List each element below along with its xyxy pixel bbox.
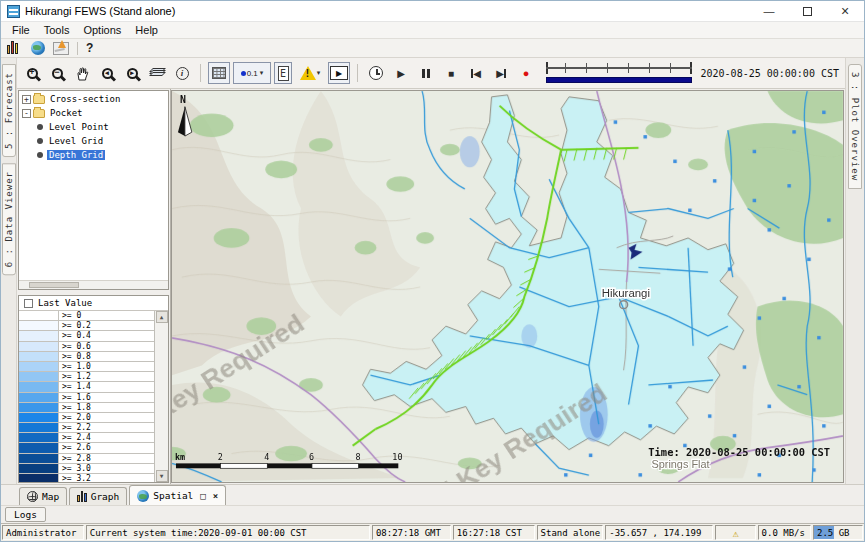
legend-swatch <box>19 393 59 402</box>
legend-row: >= 2.8 <box>19 454 154 464</box>
menu-help[interactable]: Help <box>128 23 165 37</box>
thresholds-dropdown[interactable]: ▾ <box>295 62 325 84</box>
legend-row: >= 2.2 <box>19 423 154 433</box>
status-mode: Stand alone <box>537 525 604 540</box>
menu-options[interactable]: Options <box>76 23 128 37</box>
svg-text:10: 10 <box>392 452 402 462</box>
info-button[interactable]: i <box>171 62 193 84</box>
legend-swatch <box>19 413 59 422</box>
expand-icon[interactable]: + <box>22 95 31 104</box>
folder-icon <box>33 109 45 118</box>
scale-toggle-button[interactable]: E <box>274 62 292 84</box>
status-warning-cell: ⚠ <box>715 525 755 540</box>
timeline-data-bar <box>546 77 692 83</box>
minimize-button[interactable]: — <box>750 1 788 21</box>
legend-swatch <box>19 443 59 452</box>
stop-button[interactable]: ■ <box>440 62 462 84</box>
status-download-speed: 0.0 MB/s <box>758 525 811 540</box>
legend-swatch <box>19 474 59 482</box>
help-button[interactable]: ? <box>86 41 93 55</box>
svg-text:6: 6 <box>309 452 314 462</box>
leaf-bullet-icon <box>37 124 43 130</box>
legend-row: >= 0.4 <box>19 331 154 341</box>
pan-button[interactable] <box>71 62 93 84</box>
legend-row: >= 2.0 <box>19 413 154 423</box>
chevron-down-icon: ▾ <box>260 69 264 77</box>
legend-swatch <box>19 311 59 320</box>
info-icon: i <box>176 67 189 80</box>
map-toolbar: + − ◂ ▸ i 0.1 ▾ E ▾ <box>17 58 845 89</box>
status-local-time: 16:27:18 CST <box>453 525 535 540</box>
point-size-dropdown[interactable]: 0.1 ▾ <box>233 62 271 84</box>
map-time-overlay: Time: 2020-08-25 00:00:00 CST <box>648 446 830 458</box>
point-size-value: 0.1 <box>247 69 258 78</box>
status-system-time: Current system time:2020-09-01 00:00 CST <box>86 525 370 540</box>
tree-node-level-grid[interactable]: Level Grid <box>19 135 168 147</box>
grid-icon <box>212 67 226 79</box>
play-button[interactable]: ▶ <box>390 62 412 84</box>
tree-node-depth-grid[interactable]: Depth Grid <box>19 149 168 161</box>
zoom-in-button[interactable]: + <box>21 62 43 84</box>
legend-swatch <box>19 403 59 412</box>
tab-data-viewer[interactable]: 6 : Data Viewer <box>2 163 16 275</box>
scroll-down-icon[interactable]: ▼ <box>156 470 168 482</box>
left-tab-strip: 5 : Forecast 6 : Data Viewer <box>1 58 17 484</box>
data-viewer-panel: + Cross-section - Pocket Level Point <box>17 89 171 484</box>
tab-graph[interactable]: Graph <box>69 487 127 505</box>
svg-text:N: N <box>180 94 186 105</box>
legend-row: >= 0.8 <box>19 352 154 362</box>
spatial-display-icon[interactable] <box>53 42 69 55</box>
folder-icon <box>33 95 45 104</box>
menu-file[interactable]: File <box>5 23 37 37</box>
map-display-icon[interactable] <box>31 41 45 55</box>
map-view[interactable]: API Key Required API Key Required Hikura… <box>171 90 844 483</box>
legend-scrollbar[interactable]: ▲ ▼ <box>155 311 168 482</box>
scroll-up-icon[interactable]: ▲ <box>156 311 168 323</box>
layers-button[interactable] <box>146 62 168 84</box>
zoom-next-button[interactable]: ▸ <box>121 62 143 84</box>
legend-swatch <box>19 321 59 330</box>
pause-button[interactable] <box>415 62 437 84</box>
database-icon[interactable] <box>7 41 23 55</box>
close-button[interactable]: × <box>826 1 864 21</box>
maximize-button[interactable] <box>788 1 826 21</box>
main-toolbar: ? <box>1 39 864 58</box>
status-bar: Administrator Current system time:2020-0… <box>1 523 864 541</box>
tab-forecast[interactable]: 5 : Forecast <box>2 64 16 157</box>
zoom-out-button[interactable]: − <box>46 62 68 84</box>
tab-map[interactable]: Map <box>19 487 67 505</box>
animation-window-button[interactable]: ▶ <box>328 62 350 84</box>
logs-bar: Logs <box>1 505 864 523</box>
window-title: Hikurangi FEWS (Stand alone) <box>25 5 175 17</box>
logs-tab[interactable]: Logs <box>5 507 46 522</box>
panel-maximize-icon[interactable]: □ <box>200 491 205 501</box>
menu-tools[interactable]: Tools <box>37 23 77 37</box>
legend-swatch <box>19 454 59 463</box>
animation-settings-button[interactable] <box>365 62 387 84</box>
zoom-in-icon: + <box>27 68 38 79</box>
layer-tree[interactable]: + Cross-section - Pocket Level Point <box>18 90 169 290</box>
legend-swatch <box>19 342 59 351</box>
last-value-checkbox[interactable] <box>24 299 33 308</box>
tree-node-level-point[interactable]: Level Point <box>19 121 168 133</box>
tree-node-pocket[interactable]: - Pocket <box>19 107 168 119</box>
legend-swatch <box>19 464 59 473</box>
legend-row: >= 1.0 <box>19 362 154 372</box>
skip-to-end-button[interactable]: ▶ <box>490 62 512 84</box>
tree-node-cross-section[interactable]: + Cross-section <box>19 93 168 105</box>
legend-row: >= 1.8 <box>19 403 154 413</box>
last-value-label: Last Value <box>38 298 92 308</box>
status-coordinates: -35.657 , 174.199 <box>605 525 713 540</box>
record-button[interactable]: ● <box>515 62 537 84</box>
skip-to-start-button[interactable]: ◀ <box>465 62 487 84</box>
collapse-icon[interactable]: - <box>22 109 31 118</box>
tab-plot-overview[interactable]: 3 : Plot Overview <box>848 64 862 189</box>
tree-horizontal-scrollbar[interactable] <box>19 280 168 289</box>
timeline-slider[interactable] <box>544 61 694 85</box>
grid-toggle-button[interactable] <box>208 62 230 84</box>
panel-close-icon[interactable]: × <box>213 491 218 501</box>
zoom-previous-button[interactable]: ◂ <box>96 62 118 84</box>
legend-class-list: >= 0 >= 0.2 >= 0.4 >= 0.6 >= 0.8 >= 1.0 … <box>19 311 155 482</box>
tab-spatial[interactable]: Spatial □ × <box>129 485 226 505</box>
svg-text:4: 4 <box>264 452 269 462</box>
